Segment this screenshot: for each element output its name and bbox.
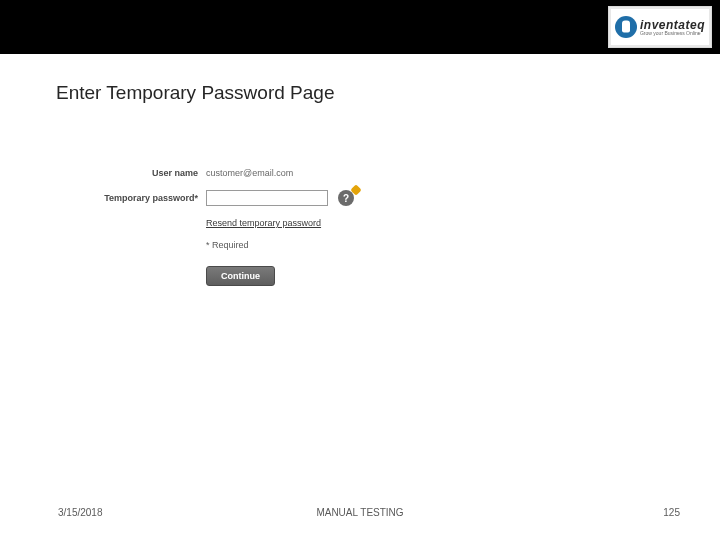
brand-tagline: Grow your Business Online [640, 31, 705, 36]
username-row: User name customer@email.com [102, 168, 354, 178]
brand-logo: inventateq Grow your Business Online [608, 6, 712, 48]
temp-password-row: Temporary password* ? [102, 190, 354, 206]
brand-logo-text: inventateq Grow your Business Online [640, 19, 705, 36]
page-title: Enter Temporary Password Page [56, 82, 334, 104]
footer-page-number: 125 [663, 507, 680, 518]
temp-password-form: User name customer@email.com Temporary p… [102, 168, 354, 286]
continue-button[interactable]: Continue [206, 266, 275, 286]
temp-password-label: Temporary password* [102, 193, 206, 203]
username-label: User name [102, 168, 206, 178]
required-note: * Required [206, 240, 354, 250]
footer-title: MANUAL TESTING [316, 507, 403, 518]
username-value: customer@email.com [206, 168, 293, 178]
resend-password-link[interactable]: Resend temporary password [206, 218, 321, 228]
brand-logo-icon [615, 16, 637, 38]
help-icon[interactable]: ? [338, 190, 354, 206]
footer-date: 3/15/2018 [58, 507, 103, 518]
brand-word: inventateq [640, 19, 705, 31]
temp-password-input[interactable] [206, 190, 328, 206]
help-glyph: ? [343, 193, 349, 204]
help-badge-icon [350, 184, 361, 195]
